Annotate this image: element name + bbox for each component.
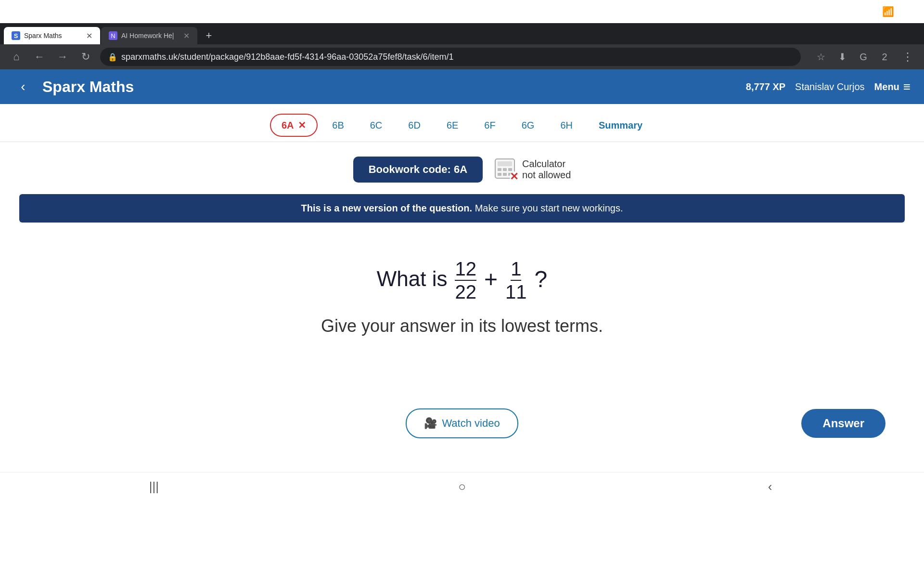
android-recent-button[interactable]: ||| bbox=[140, 473, 168, 501]
fraction1-numerator: 12 bbox=[455, 259, 476, 281]
back-button[interactable]: ‹ bbox=[13, 77, 33, 96]
lock-icon: 🔒 bbox=[108, 53, 117, 62]
signal-icon: 📶 bbox=[882, 6, 894, 17]
calculator-icon: ✕ bbox=[494, 158, 517, 181]
checkmark-icon: ✓ bbox=[869, 6, 877, 17]
svg-rect-2 bbox=[498, 168, 501, 171]
fraction1-denominator: 22 bbox=[455, 281, 476, 302]
tab-6b-label: 6B bbox=[332, 120, 344, 131]
bookwork-row: Bookwork code: 6A ✕ Calculator not al bbox=[19, 157, 905, 183]
watch-video-button[interactable]: 🎥 Watch video bbox=[406, 408, 518, 438]
header-right: 8,777 XP Stanislav Curjos Menu ≡ bbox=[746, 79, 911, 94]
calculator-x-icon: ✕ bbox=[510, 171, 518, 182]
back-button[interactable]: ← bbox=[31, 48, 48, 66]
forward-button[interactable]: → bbox=[54, 48, 71, 66]
tab-6a-x-icon: ✕ bbox=[298, 120, 306, 131]
status-icons: ✓ 📶 63% bbox=[869, 6, 918, 17]
translate-button[interactable]: G bbox=[855, 48, 872, 66]
android-back-button[interactable]: ‹ bbox=[756, 473, 784, 501]
svg-rect-5 bbox=[498, 173, 501, 176]
extensions-button[interactable]: 2 bbox=[876, 48, 893, 66]
watch-video-label: Watch video bbox=[442, 417, 500, 430]
sparx-header: ‹ Sparx Maths 8,777 XP Stanislav Curjos … bbox=[0, 69, 924, 104]
calc-line2: not allowed bbox=[522, 170, 571, 181]
tab-6f[interactable]: 6F bbox=[473, 114, 507, 137]
tab-6d[interactable]: 6D bbox=[397, 114, 432, 137]
tab-6h[interactable]: 6H bbox=[549, 114, 584, 137]
answer-button[interactable]: Answer bbox=[801, 409, 886, 438]
user-name: Stanislav Curjos bbox=[795, 81, 865, 92]
xp-display: 8,777 XP bbox=[746, 81, 785, 92]
browser-time: 18:29 bbox=[6, 5, 32, 18]
notice-banner: This is a new version of the question. M… bbox=[19, 194, 905, 223]
ai-favicon: N bbox=[109, 31, 117, 40]
tab-6b[interactable]: 6B bbox=[321, 114, 355, 137]
tab-6c[interactable]: 6C bbox=[359, 114, 394, 137]
tab-6c-label: 6C bbox=[370, 120, 383, 131]
url-display: sparxmaths.uk/student/package/912b8aae-f… bbox=[121, 52, 793, 62]
tab-6e[interactable]: 6E bbox=[435, 114, 470, 137]
android-home-button[interactable]: ○ bbox=[448, 473, 476, 501]
question-suffix: ? bbox=[535, 266, 548, 292]
address-box[interactable]: 🔒 sparxmaths.uk/student/package/912b8aae… bbox=[100, 48, 801, 66]
tab-6d-label: 6D bbox=[408, 120, 421, 131]
fraction1: 12 22 bbox=[455, 256, 476, 302]
sparx-logo: Sparx Maths bbox=[42, 78, 746, 96]
android-nav: ||| ○ ‹ bbox=[0, 472, 924, 501]
tab-sparx-maths[interactable]: S Sparx Maths ✕ bbox=[4, 27, 100, 44]
fraction2: 1 11 bbox=[505, 256, 527, 302]
tab-6f-label: 6F bbox=[484, 120, 495, 131]
browser-addressbar: ⌂ ← → ↻ 🔒 sparxmaths.uk/student/package/… bbox=[0, 44, 924, 69]
sparx-favicon: S bbox=[12, 31, 20, 40]
hamburger-icon: ≡ bbox=[903, 79, 911, 94]
browser-date: Wed, 5 Mar bbox=[40, 6, 90, 17]
home-button[interactable]: ⌂ bbox=[8, 48, 25, 66]
plus-sign: + bbox=[484, 266, 498, 292]
content-area: Bookwork code: 6A ✕ Calculator not al bbox=[0, 142, 924, 472]
new-tab-button[interactable]: + bbox=[200, 27, 218, 44]
task-tabs: 6A ✕ 6B 6C 6D 6E 6F 6G 6H Summary bbox=[0, 104, 924, 142]
tab-6a-label: 6A bbox=[282, 120, 294, 131]
tab-summary[interactable]: Summary bbox=[587, 114, 654, 137]
address-actions: ☆ ⬇ G 2 bbox=[812, 48, 893, 66]
fraction2-denominator: 11 bbox=[505, 281, 527, 302]
browser-chrome: 18:29 Wed, 5 Mar ✓ 📶 63% S Sparx Maths ✕… bbox=[0, 0, 924, 69]
chrome-menu-button[interactable]: ⋮ bbox=[899, 48, 916, 66]
menu-button[interactable]: Menu ≡ bbox=[874, 79, 911, 94]
tab-ai-label: AI Homework He| bbox=[121, 32, 180, 39]
tab-6a[interactable]: 6A ✕ bbox=[270, 114, 318, 137]
answer-instruction: Give your answer in its lowest terms. bbox=[19, 316, 905, 336]
question-intro: What is bbox=[377, 267, 448, 291]
tab-6e-label: 6E bbox=[447, 120, 458, 131]
tab-6g-label: 6G bbox=[522, 120, 535, 131]
svg-rect-6 bbox=[503, 173, 507, 176]
bookwork-code: Bookwork code: 6A bbox=[353, 157, 483, 183]
browser-tabs: S Sparx Maths ✕ N AI Homework He| ✕ + bbox=[0, 23, 924, 44]
download-button[interactable]: ⬇ bbox=[834, 48, 851, 66]
video-camera-icon: 🎥 bbox=[424, 417, 437, 430]
tab-ai-homework[interactable]: N AI Homework He| ✕ bbox=[101, 27, 197, 44]
browser-titlebar: 18:29 Wed, 5 Mar ✓ 📶 63% bbox=[0, 0, 924, 23]
fraction2-display: 1 11 bbox=[505, 259, 527, 302]
svg-rect-3 bbox=[503, 168, 507, 171]
svg-rect-1 bbox=[498, 161, 512, 166]
tab-sparx-label: Sparx Maths bbox=[24, 32, 82, 39]
question-text: What is 12 22 + 1 11 ? bbox=[19, 256, 905, 302]
notice-rest: Make sure you start new workings. bbox=[475, 203, 623, 213]
reload-button[interactable]: ↻ bbox=[77, 48, 94, 66]
bookmark-button[interactable]: ☆ bbox=[812, 48, 830, 66]
calculator-text: Calculator not allowed bbox=[522, 158, 571, 181]
question-area: What is 12 22 + 1 11 ? Give your answer … bbox=[19, 242, 905, 351]
menu-label: Menu bbox=[874, 81, 899, 92]
tab-6g[interactable]: 6G bbox=[510, 114, 546, 137]
bottom-bar: 🎥 Watch video Answer bbox=[19, 389, 905, 458]
tab-sparx-close[interactable]: ✕ bbox=[86, 31, 92, 40]
tab-6h-label: 6H bbox=[560, 120, 573, 131]
calculator-notice: ✕ Calculator not allowed bbox=[494, 158, 571, 181]
tab-summary-label: Summary bbox=[599, 120, 642, 131]
fraction1-display: 12 22 bbox=[455, 259, 476, 302]
tab-ai-close[interactable]: ✕ bbox=[183, 31, 190, 40]
calc-line1: Calculator bbox=[522, 158, 571, 170]
battery-icon: 63% bbox=[899, 6, 918, 17]
notice-bold: This is a new version of the question. bbox=[301, 203, 472, 213]
